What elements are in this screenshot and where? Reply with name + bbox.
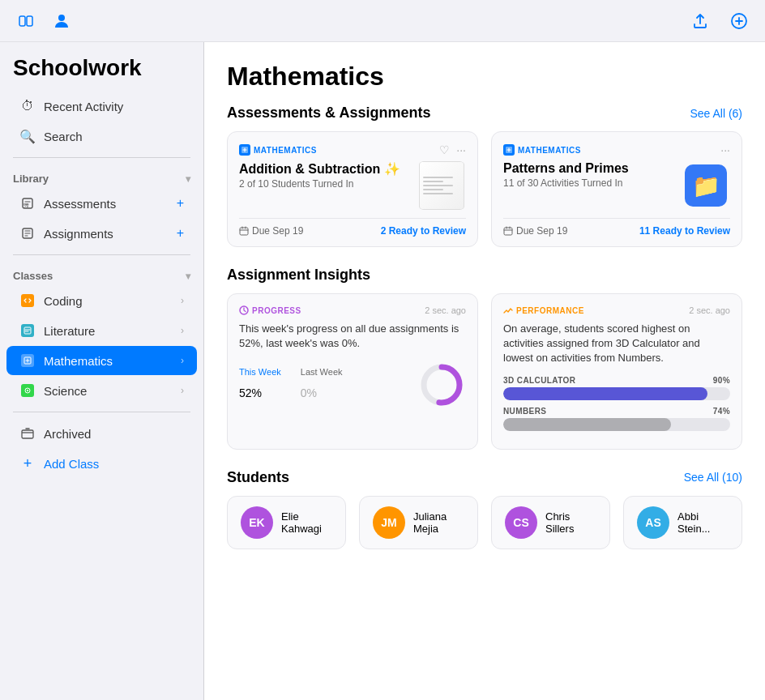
card-more-icon-2[interactable]: ··· <box>720 143 730 156</box>
classes-section-header[interactable]: Classes ▾ <box>0 262 203 285</box>
insight-performance-card: PERFORMANCE 2 sec. ago On average, stude… <box>491 293 742 450</box>
students-row: EK Elie Kahwagi JM Juliana Mejia CS Chri… <box>227 496 742 549</box>
library-label: Library <box>13 173 49 185</box>
search-label: Search <box>44 130 184 143</box>
card-heart-icon[interactable]: ♡ <box>439 143 450 156</box>
performance-tag-row: PERFORMANCE 2 sec. ago <box>503 305 730 315</box>
assignment-card-2[interactable]: MATHEMATICS ··· Patterns and Primes 11 o… <box>491 131 742 247</box>
export-button[interactable] <box>687 8 713 34</box>
sidebar-item-search[interactable]: 🔍 Search <box>6 122 197 151</box>
insight-progress-card: PROGRESS 2 sec. ago This week's progress… <box>227 293 478 450</box>
card-action-2[interactable]: 11 Ready to Review <box>639 225 730 237</box>
card-tag-text-1: MATHEMATICS <box>254 146 317 155</box>
card-thumb-1 <box>417 161 466 210</box>
card-footer-1: Due Sep 19 2 Ready to Review <box>239 218 466 237</box>
card-tag-actions-1: ♡ ··· <box>439 143 466 156</box>
assignment-card-1[interactable]: MATHEMATICS ♡ ··· Addition & Subtraction… <box>227 131 478 247</box>
card-tag-label-1: MATHEMATICS <box>239 144 317 156</box>
sidebar-item-recent-activity[interactable]: ⏱ Recent Activity <box>6 92 197 121</box>
sidebar-item-literature[interactable]: Literature › <box>6 316 197 345</box>
card-action-1[interactable]: 2 Ready to Review <box>381 225 466 237</box>
progress-stats: This Week 52% Last Week 0% <box>239 361 466 409</box>
assessments-label: Assessments <box>44 197 169 211</box>
stat-this-week-value: 52% <box>239 377 281 403</box>
student-card-0[interactable]: EK Elie Kahwagi <box>227 496 346 549</box>
archived-label: Archived <box>44 427 184 441</box>
assessments-see-all[interactable]: See All (6) <box>690 107 742 120</box>
divider-1 <box>13 157 190 158</box>
percent-2: % <box>307 386 317 399</box>
performance-time: 2 sec. ago <box>689 305 730 315</box>
due-date-2: Due Sep 19 <box>516 225 567 237</box>
card-more-icon[interactable]: ··· <box>456 143 466 156</box>
science-chevron-icon: › <box>181 385 184 396</box>
sidebar-item-archived[interactable]: Archived <box>6 419 197 448</box>
coding-label: Coding <box>44 294 173 308</box>
sidebar-item-science[interactable]: Science › <box>6 376 197 405</box>
assessments-icon: % <box>19 195 36 211</box>
classes-label: Classes <box>13 270 53 282</box>
student-card-2[interactable]: CS Chris Sillers <box>491 496 610 549</box>
paper-line-1 <box>423 177 453 178</box>
recent-activity-icon: ⏱ <box>19 98 36 114</box>
card-tag-row-1: MATHEMATICS ♡ ··· <box>239 143 466 156</box>
sidebar-toggle-button[interactable] <box>13 8 39 34</box>
user-profile-button[interactable] <box>49 8 75 34</box>
assignments-icon <box>19 225 36 241</box>
assignments-label: Assignments <box>44 227 169 241</box>
sidebar: Schoolwork ⏱ Recent Activity 🔍 Search Li… <box>0 42 204 700</box>
card-subtitle-1: 2 of 10 Students Turned In <box>239 178 409 190</box>
paper-line-5 <box>423 193 453 194</box>
classes-chevron-icon: ▾ <box>186 271 190 282</box>
archived-icon <box>19 425 36 442</box>
sidebar-item-assessments[interactable]: % Assessments + <box>6 189 197 218</box>
top-bar-left <box>13 8 75 34</box>
stat-last-week-label: Last Week <box>301 367 343 377</box>
svg-rect-11 <box>22 430 33 438</box>
student-card-1[interactable]: JM Juliana Mejia <box>359 496 478 549</box>
due-date-1: Due Sep 19 <box>252 225 303 237</box>
assessments-add-icon[interactable]: + <box>177 196 184 211</box>
assessments-section-header: Assessments & Assignments See All (6) <box>227 105 742 122</box>
performance-text: On average, students scored highest on a… <box>503 322 730 366</box>
recent-activity-label: Recent Activity <box>44 100 184 113</box>
perf-bar-1-track <box>503 387 730 400</box>
svg-rect-15 <box>504 228 512 235</box>
card-title-1: Addition & Subtraction ✨ <box>239 161 409 177</box>
sidebar-item-add-class[interactable]: + Add Class <box>6 449 197 478</box>
sidebar-item-mathematics[interactable]: Mathematics › <box>6 346 197 375</box>
mathematics-icon <box>19 352 36 369</box>
svg-rect-7 <box>24 327 31 334</box>
assignments-add-icon[interactable]: + <box>177 226 184 241</box>
stat-last-week: Last Week 0% <box>301 367 343 403</box>
sidebar-item-coding[interactable]: Coding › <box>6 286 197 315</box>
add-button[interactable] <box>726 8 752 34</box>
svg-rect-1 <box>27 16 32 26</box>
science-icon <box>19 382 36 399</box>
students-see-all[interactable]: See All (10) <box>684 471 742 484</box>
library-section-header[interactable]: Library ▾ <box>0 164 203 188</box>
library-chevron-icon: ▾ <box>186 173 190 185</box>
svg-rect-0 <box>19 16 25 26</box>
svg-point-10 <box>27 390 28 391</box>
literature-label: Literature <box>44 324 173 338</box>
student-card-3[interactable]: AS Abbi Stein... <box>623 496 742 549</box>
donut-chart <box>417 361 466 409</box>
card-tag-row-2: MATHEMATICS ··· <box>503 143 730 156</box>
percent-1: % <box>252 386 262 399</box>
card-footer-2: Due Sep 19 11 Ready to Review <box>503 218 730 237</box>
svg-rect-13 <box>240 228 248 235</box>
sidebar-item-assignments[interactable]: Assignments + <box>6 219 197 248</box>
perf-bar-2-track <box>503 418 730 431</box>
stat-this-week-label: This Week <box>239 367 281 377</box>
top-bar <box>0 0 765 42</box>
literature-chevron-icon: › <box>181 325 184 336</box>
card-subtitle-2: 11 of 30 Activities Turned In <box>503 177 673 189</box>
assessments-cards-row: MATHEMATICS ♡ ··· Addition & Subtraction… <box>227 131 742 247</box>
search-icon: 🔍 <box>19 128 36 144</box>
progress-tag-row: PROGRESS 2 sec. ago <box>239 305 466 315</box>
card-title-2: Patterns and Primes <box>503 161 673 176</box>
calendar-icon-2 <box>503 226 513 236</box>
card-thumb-2: 📁 <box>682 161 730 210</box>
page-title: Mathematics <box>227 62 742 92</box>
